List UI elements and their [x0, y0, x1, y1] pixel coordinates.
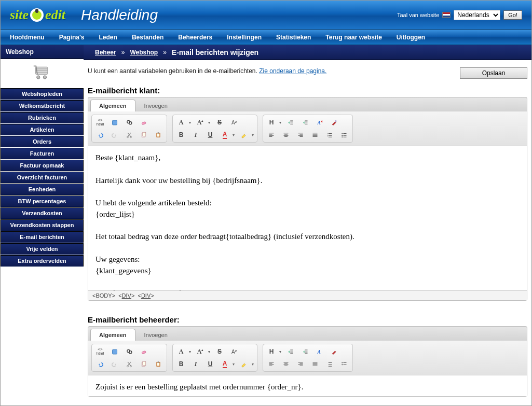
sidebar-item-email-berichten[interactable]: E-mail berichten [1, 231, 84, 243]
save-button[interactable]: Opslaan [460, 67, 527, 79]
tb-cut-button[interactable] [122, 129, 136, 141]
sidebar-item-verzendkosten[interactable]: Verzendkosten [1, 207, 84, 219]
sidebar-item-extra-ordervelden[interactable]: Extra ordervelden [1, 255, 84, 267]
chevron-down-icon[interactable]: ▾ [250, 129, 255, 141]
go-button[interactable]: Go! [503, 10, 522, 20]
sidebar-item-artikelen[interactable]: Artikelen [1, 124, 84, 135]
tb2-alignjustify-button[interactable] [308, 358, 322, 370]
tb-fontcolor-button[interactable]: A [218, 129, 231, 141]
tb-fontsize-button[interactable]: A▴ [194, 117, 207, 128]
tb2-strike-button[interactable]: S [213, 346, 226, 357]
language-select[interactable]: Nederlands [454, 10, 500, 20]
nav-uitloggen[interactable]: Uitloggen [397, 34, 425, 41]
sidebar-item-webshopleden[interactable]: Webshopleden [1, 88, 84, 100]
path-div1[interactable]: DIV [122, 292, 131, 299]
tb-html-button[interactable]: <>html [93, 117, 107, 128]
tb-removeformat-button[interactable]: A [313, 117, 326, 128]
tb-bulletlist-button[interactable] [337, 129, 351, 141]
tb2-alignleft-button[interactable] [265, 358, 278, 370]
tb2-eraser-button[interactable] [137, 346, 151, 357]
tb-underline-button[interactable]: U [203, 129, 217, 141]
nav-statistieken[interactable]: Statistieken [276, 34, 311, 41]
tb-redo-button[interactable] [108, 129, 121, 141]
chevron-down-icon[interactable]: ▾ [187, 346, 193, 357]
chevron-down-icon[interactable]: ▾ [278, 117, 283, 128]
tb2-fontcolor-button[interactable]: A [218, 358, 231, 370]
chevron-down-icon[interactable]: ▾ [207, 346, 212, 357]
intro-link[interactable]: Zie onderaan de pagina. [259, 67, 326, 75]
nav-hoofdmenu[interactable]: Hoofdmenu [10, 34, 45, 41]
tb-find-button[interactable] [122, 117, 136, 128]
sidebar-item-verzendkosten-stappen[interactable]: Verzendkosten stappen [1, 219, 84, 231]
crumb-beheer[interactable]: Beheer [95, 49, 116, 56]
tab-algemeen-2[interactable]: Algemeen [90, 329, 135, 341]
tb2-font-button[interactable]: A [174, 346, 188, 357]
sidebar-item-factuur-opmaak[interactable]: Factuur opmaak [1, 160, 84, 171]
tb2-redo-button[interactable] [108, 358, 121, 370]
tb-heading-button[interactable]: H [265, 117, 278, 128]
tb-alignright-button[interactable] [294, 129, 307, 141]
editor1-textarea[interactable]: Beste {klant_naam}, Hartelijk dank voor … [88, 146, 527, 290]
sidebar-item-overzicht-facturen[interactable]: Overzicht facturen [1, 172, 84, 183]
tb2-cut-button[interactable] [122, 358, 136, 370]
sidebar-item-btw-percentages[interactable]: BTW percentages [1, 195, 84, 207]
tb-superscript-button[interactable]: A² [227, 117, 241, 128]
chevron-down-icon[interactable]: ▾ [278, 346, 283, 357]
sidebar-item-orders[interactable]: Orders [1, 136, 84, 147]
nav-instellingen[interactable]: Instellingen [227, 34, 262, 41]
tb-aligncenter-button[interactable] [279, 129, 293, 141]
tb-strike-button[interactable]: S [213, 117, 226, 128]
tb-highlight-button[interactable] [237, 129, 251, 141]
tb2-aligncenter-button[interactable] [279, 358, 293, 370]
chevron-down-icon[interactable]: ▾ [250, 358, 255, 370]
tb-alignjustify-button[interactable] [308, 129, 322, 141]
tb-font-button[interactable]: A [174, 117, 188, 128]
editor2-textarea[interactable]: Zojuist is er een bestelling geplaatst m… [88, 375, 527, 396]
tb2-heading-button[interactable]: H [265, 346, 278, 357]
tb2-underline-button[interactable]: U [203, 358, 217, 370]
tb2-alignright-button[interactable] [294, 358, 307, 370]
nav-paginas[interactable]: Pagina's [59, 34, 85, 41]
tb2-superscript-button[interactable]: A² [227, 346, 241, 357]
tb-container-button[interactable] [108, 117, 121, 128]
tb2-indent-button[interactable] [298, 346, 312, 357]
tb2-undo-button[interactable] [93, 358, 107, 370]
sidebar-item-vrije-velden[interactable]: Vrije velden [1, 243, 84, 255]
tb2-italic-button[interactable]: I [189, 358, 202, 370]
tb-orderedlist-button[interactable]: 12 [323, 129, 336, 141]
tb-formatbrush-button[interactable] [328, 117, 341, 128]
tb2-paste-button[interactable] [152, 358, 165, 370]
path-div2[interactable]: DIV [141, 292, 151, 299]
tb-undo-button[interactable] [93, 129, 107, 141]
tab-invoegen-1[interactable]: Invoegen [135, 100, 176, 111]
tb-paste-button[interactable] [152, 129, 165, 141]
sidebar-item-facturen[interactable]: Facturen [1, 148, 84, 159]
tb-eraser-button[interactable] [137, 117, 151, 128]
tb-bold-button[interactable]: B [174, 129, 188, 141]
tab-algemeen-1[interactable]: Algemeen [90, 100, 135, 111]
nav-bestanden[interactable]: Bestanden [132, 34, 163, 41]
tb-italic-button[interactable]: I [189, 129, 202, 141]
tb2-container-button[interactable] [108, 346, 121, 357]
tb-indent-button[interactable] [298, 117, 312, 128]
tb2-copy-button[interactable] [137, 358, 151, 370]
tb2-removeformat-button[interactable]: A [313, 346, 326, 357]
tb2-formatbrush-button[interactable] [328, 346, 341, 357]
tb2-html-button[interactable]: <>html [93, 346, 107, 357]
tb2-highlight-button[interactable] [237, 358, 251, 370]
tab-invoegen-2[interactable]: Invoegen [135, 329, 176, 341]
chevron-down-icon[interactable]: ▾ [231, 129, 236, 141]
sidebar-item-rubrieken[interactable]: Rubrieken [1, 112, 84, 123]
tb2-fontsize-button[interactable]: A▴ [194, 346, 207, 357]
tb2-outdent-button[interactable] [284, 346, 297, 357]
chevron-down-icon[interactable]: ▾ [231, 358, 236, 370]
crumb-webshop[interactable]: Webshop [130, 49, 158, 56]
nav-terug[interactable]: Terug naar website [325, 34, 381, 41]
tb2-bulletlist-button[interactable] [337, 358, 351, 370]
chevron-down-icon[interactable]: ▾ [207, 117, 212, 128]
chevron-down-icon[interactable]: ▾ [187, 117, 193, 128]
nav-beheerders[interactable]: Beheerders [178, 34, 212, 41]
tb-alignleft-button[interactable] [265, 129, 278, 141]
sidebar-item-welkomstbericht[interactable]: Welkomstbericht [1, 100, 84, 111]
sidebar-item-eenheden[interactable]: Eenheden [1, 184, 84, 195]
